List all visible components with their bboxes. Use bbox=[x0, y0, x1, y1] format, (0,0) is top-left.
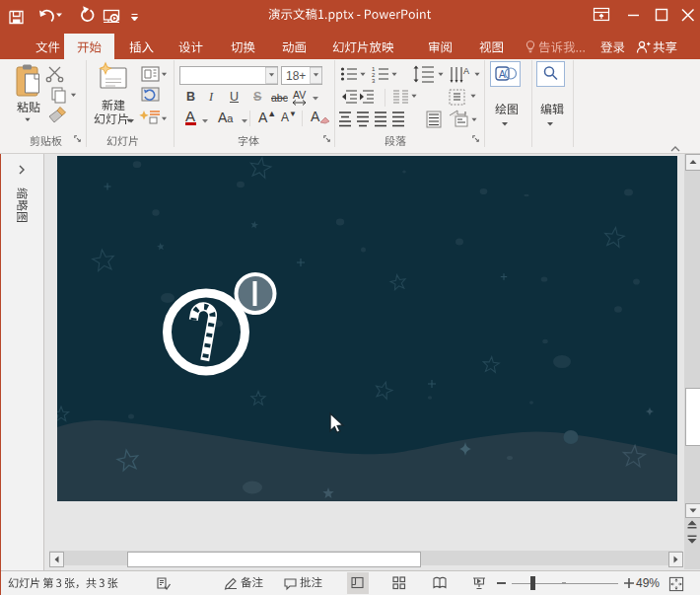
svg-text:A: A bbox=[463, 66, 469, 76]
svg-text:3: 3 bbox=[372, 78, 376, 84]
svg-text:A: A bbox=[499, 69, 506, 80]
